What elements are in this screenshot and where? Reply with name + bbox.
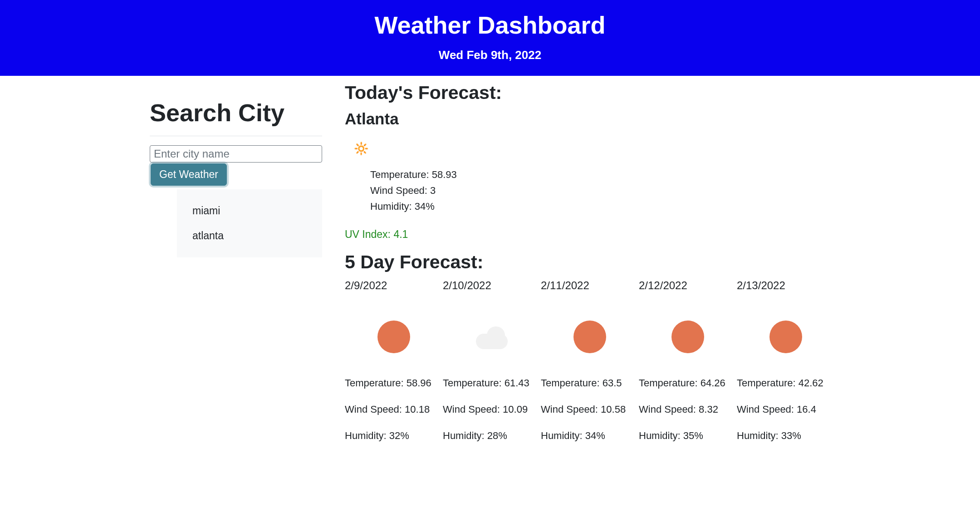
forecast-card: 2/10/2022Temperature: 61.43Wind Speed: 1… (443, 279, 541, 456)
forecast-humidity: Humidity: 28% (443, 430, 541, 442)
forecast-temperature: Temperature: 63.5 (541, 377, 639, 389)
forecast-date: 2/11/2022 (541, 279, 639, 292)
forecast-temperature: Temperature: 61.43 (443, 377, 541, 389)
forecast-humidity: Humidity: 35% (639, 430, 737, 442)
forecast-wind-speed: Wind Speed: 10.09 (443, 404, 541, 415)
forecast-card: 2/12/2022Temperature: 64.26Wind Speed: 8… (639, 279, 737, 456)
app-header: Weather Dashboard Wed Feb 9th, 2022 (0, 0, 980, 76)
sun-icon: 🔆 (354, 142, 980, 156)
divider (150, 136, 322, 136)
current-date: Wed Feb 9th, 2022 (0, 48, 980, 62)
forecast-wind-speed: Wind Speed: 10.18 (345, 404, 443, 415)
today-temperature: Temperature: 58.93 (370, 167, 980, 183)
forecast-date: 2/10/2022 (443, 279, 541, 292)
sun-icon (573, 321, 606, 353)
sun-icon (671, 321, 704, 353)
today-stats: Temperature: 58.93 Wind Speed: 3 Humidit… (370, 167, 980, 215)
today-humidity: Humidity: 34% (370, 198, 980, 214)
forecast-card: 2/13/2022Temperature: 42.62Wind Speed: 1… (737, 279, 835, 456)
search-input[interactable] (150, 145, 322, 163)
uv-index: UV Index: 4.1 (345, 228, 980, 241)
sun-icon (377, 321, 410, 353)
forecast-humidity: Humidity: 32% (345, 430, 443, 442)
forecast-temperature: Temperature: 42.62 (737, 377, 835, 389)
main-content: Today's Forecast: Atlanta 🔆 Temperature:… (345, 76, 980, 456)
history-item[interactable]: miami (177, 198, 322, 223)
search-history: miami atlanta (177, 189, 322, 257)
search-title: Search City (150, 99, 345, 127)
get-weather-button[interactable]: Get Weather (151, 163, 227, 186)
city-name: Atlanta (345, 110, 980, 128)
forecast-humidity: Humidity: 33% (737, 430, 835, 442)
page-title: Weather Dashboard (0, 11, 980, 39)
forecast-wind-speed: Wind Speed: 10.58 (541, 404, 639, 415)
forecast-wind-speed: Wind Speed: 8.32 (639, 404, 737, 415)
today-forecast-title: Today's Forecast: (345, 82, 980, 104)
history-item[interactable]: atlanta (177, 223, 322, 248)
forecast-humidity: Humidity: 34% (541, 430, 639, 442)
sidebar: Search City Get Weather miami atlanta (0, 76, 345, 456)
forecast-date: 2/13/2022 (737, 279, 835, 292)
forecast-temperature: Temperature: 58.96 (345, 377, 443, 389)
forecast-date: 2/9/2022 (345, 279, 443, 292)
cloud-icon (471, 326, 512, 348)
forecast-row: 2/9/2022Temperature: 58.96Wind Speed: 10… (345, 279, 980, 456)
forecast-card: 2/11/2022Temperature: 63.5Wind Speed: 10… (541, 279, 639, 456)
today-wind-speed: Wind Speed: 3 (370, 183, 980, 198)
forecast-card: 2/9/2022Temperature: 58.96Wind Speed: 10… (345, 279, 443, 456)
sun-icon (769, 321, 802, 353)
five-day-forecast-title: 5 Day Forecast: (345, 252, 980, 273)
forecast-wind-speed: Wind Speed: 16.4 (737, 404, 835, 415)
forecast-date: 2/12/2022 (639, 279, 737, 292)
forecast-temperature: Temperature: 64.26 (639, 377, 737, 389)
